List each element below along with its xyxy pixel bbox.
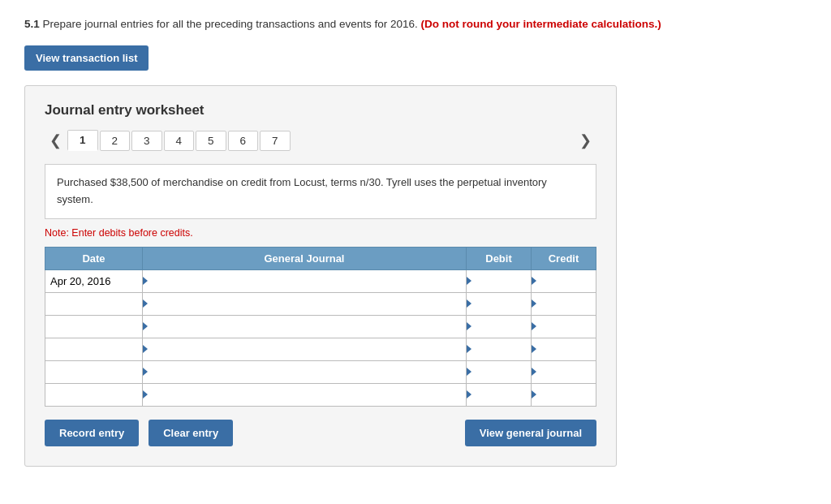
journal-cell[interactable]	[143, 292, 467, 315]
tab-5[interactable]: 5	[196, 131, 226, 151]
credit-input[interactable]	[540, 270, 596, 292]
date-cell[interactable]	[45, 315, 143, 338]
worksheet-title: Journal entry worksheet	[45, 102, 596, 118]
credit-input[interactable]	[540, 384, 596, 406]
debit-cell[interactable]	[467, 292, 532, 315]
question-number: 5.1	[24, 18, 40, 30]
date-input[interactable]	[45, 361, 142, 383]
credit-input[interactable]	[540, 361, 596, 383]
table-row	[45, 269, 596, 292]
journal-cell[interactable]	[143, 360, 467, 383]
credit-cell[interactable]	[532, 292, 596, 315]
prev-tab-button[interactable]: ❮	[45, 130, 67, 151]
debit-input[interactable]	[475, 338, 531, 360]
tab-3[interactable]: 3	[131, 131, 162, 151]
debit-cell[interactable]	[467, 383, 532, 406]
debit-cell[interactable]	[467, 269, 532, 292]
credit-cell[interactable]	[532, 315, 596, 338]
date-cell[interactable]	[45, 360, 143, 383]
debit-credit-note: Note: Enter debits before credits.	[45, 227, 596, 239]
date-input[interactable]	[45, 293, 142, 315]
credit-cell[interactable]	[532, 269, 596, 292]
credit-cell[interactable]	[532, 360, 596, 383]
date-input[interactable]	[45, 270, 142, 292]
clear-entry-button[interactable]: Clear entry	[149, 420, 233, 446]
tab-navigation: ❮ 1 2 3 4 5 6 7 ❯	[45, 130, 596, 151]
col-date: Date	[45, 247, 143, 269]
journal-cell[interactable]	[143, 383, 467, 406]
date-input[interactable]	[45, 384, 142, 406]
debit-input[interactable]	[475, 316, 531, 338]
col-debit: Debit	[467, 247, 532, 269]
date-cell[interactable]	[45, 292, 143, 315]
journal-input[interactable]	[151, 361, 466, 383]
col-credit: Credit	[532, 247, 596, 269]
worksheet-container: Journal entry worksheet ❮ 1 2 3 4 5 6 7 …	[24, 85, 617, 467]
journal-input[interactable]	[151, 270, 466, 292]
journal-input[interactable]	[151, 293, 466, 315]
debit-input[interactable]	[475, 293, 531, 315]
next-tab-button[interactable]: ❯	[575, 130, 596, 151]
question-text: 5.1 Prepare journal entries for all the …	[24, 16, 807, 32]
date-cell[interactable]	[45, 338, 143, 360]
debit-input[interactable]	[475, 361, 531, 383]
credit-cell[interactable]	[532, 383, 596, 406]
question-body: Prepare journal entries for all the prec…	[43, 18, 421, 30]
col-general-journal: General Journal	[143, 247, 467, 269]
view-general-journal-button[interactable]: View general journal	[465, 420, 596, 446]
tab-6[interactable]: 6	[228, 131, 259, 151]
action-buttons: Record entry Clear entry View general jo…	[45, 420, 596, 446]
journal-input[interactable]	[151, 384, 466, 406]
journal-cell[interactable]	[143, 315, 467, 338]
debit-cell[interactable]	[467, 338, 532, 360]
journal-cell[interactable]	[143, 338, 467, 360]
table-row	[45, 383, 596, 406]
tab-7[interactable]: 7	[260, 131, 291, 151]
tab-2[interactable]: 2	[100, 131, 131, 151]
transaction-description: Purchased $38,500 of merchandise on cred…	[45, 164, 596, 219]
journal-cell[interactable]	[143, 269, 467, 292]
tab-1[interactable]: 1	[67, 130, 98, 151]
debit-input[interactable]	[475, 270, 531, 292]
credit-cell[interactable]	[532, 338, 596, 360]
no-round-warning: (Do not round your intermediate calculat…	[421, 18, 661, 30]
credit-input[interactable]	[540, 338, 596, 360]
debit-cell[interactable]	[467, 360, 532, 383]
credit-input[interactable]	[540, 316, 596, 338]
credit-input[interactable]	[540, 293, 596, 315]
date-cell[interactable]	[45, 269, 143, 292]
debit-input[interactable]	[475, 384, 531, 406]
date-input[interactable]	[45, 316, 142, 338]
date-input[interactable]	[45, 338, 142, 360]
debit-cell[interactable]	[467, 315, 532, 338]
journal-table: Date General Journal Debit Credit	[45, 247, 596, 407]
record-entry-button[interactable]: Record entry	[45, 420, 139, 446]
journal-input[interactable]	[151, 316, 466, 338]
table-row	[45, 338, 596, 360]
table-row	[45, 360, 596, 383]
table-row	[45, 292, 596, 315]
date-cell[interactable]	[45, 383, 143, 406]
table-row	[45, 315, 596, 338]
tab-4[interactable]: 4	[164, 131, 195, 151]
view-transaction-button[interactable]: View transaction list	[24, 45, 149, 71]
journal-input[interactable]	[151, 338, 466, 360]
